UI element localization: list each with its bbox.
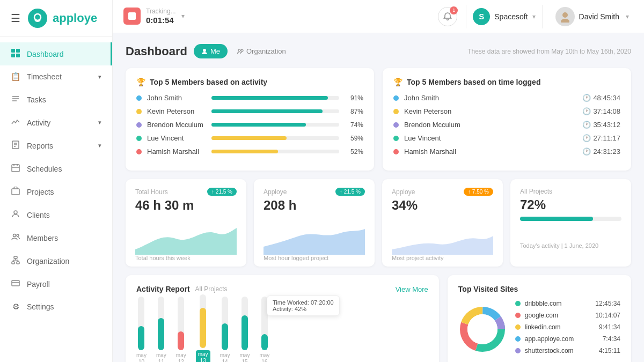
bar-column[interactable]: may10 [136,297,147,362]
user-avatar [555,7,575,26]
sidebar-item-members[interactable]: Members [0,226,112,249]
company-selector[interactable]: S Spacesoft ▾ [466,5,542,28]
sidebar-item-organization[interactable]: Organization [0,249,112,272]
stat-footer-hours: Total hours this week [135,255,237,267]
bar-inner [222,323,228,350]
sidebar-item-label: Schedules [27,165,62,173]
visited-site-time: 7:4:34 [603,335,620,343]
bar-track [241,297,248,350]
sidebar-item-settings[interactable]: ⚙ Settings [0,295,112,318]
member-time: 🕐 35:43:12 [582,121,620,129]
bar-fill [211,150,278,153]
svg-point-30 [561,19,569,23]
bar-column[interactable]: may15 [240,297,250,362]
visited-site-time: 9:41:34 [599,323,620,331]
member-dot [393,122,399,128]
visited-dot [515,301,521,306]
stat-apploye-hours: Apploye ↑ 21.5 % 208 h Most hour logged … [254,179,375,267]
page-title: Dashboard [126,45,187,58]
member-name: Lue Vincent [147,134,206,142]
sidebar-item-payroll[interactable]: Payroll [0,272,112,295]
activity-member-row: Hamish Marshall 52% [136,147,363,156]
bar-date-label: may11 [156,352,166,362]
sidebar-item-activity[interactable]: Activity ▾ [0,111,112,134]
bar-track [200,294,206,348]
sidebar-item-dashboard[interactable]: Dashboard [0,42,112,65]
topbar: Tracking... 0:01:54 ▾ 1 S Spacesoft ▾ Da… [113,0,644,33]
org-icon [237,48,244,55]
chevron-down-icon: ▾ [98,119,101,126]
stats-row: Total Hours ↑ 21.5 % 46 h 30 m Total hou… [126,179,631,267]
sidebar-item-label: Reports [27,142,53,150]
hamburger-icon[interactable]: ☰ [11,12,20,25]
bar-background [211,150,339,153]
stat-badge-apploye: ↑ 21.5 % [335,188,365,196]
stat-label: All Projects [520,188,552,195]
activity-icon [11,117,20,128]
payroll-icon [11,279,20,289]
bar-column[interactable]: may11 [156,297,166,362]
sidebar-item-label: Organization [27,257,69,265]
main-area: Tracking... 0:01:54 ▾ 1 S Spacesoft ▾ Da… [113,0,644,362]
sidebar-item-timesheet[interactable]: 📋 Timesheet ▾ [0,65,112,88]
dashboard-icon [11,49,20,59]
visited-dot [515,348,521,353]
sidebar-item-reports[interactable]: Reports ▾ [0,134,112,157]
stat-label: Apploye [264,188,287,196]
activity-members-list: John Smith 91% Kevin Peterson 87% Brendo… [136,94,363,156]
svg-point-29 [562,12,568,18]
company-chevron-icon: ▾ [532,13,536,20]
bar-column[interactable]: may12 [176,297,186,362]
donut-area: dribbble.com 12:45:34 google.com 10:14:0… [458,300,620,359]
visited-site-name: google.com [525,312,591,319]
tracker-chevron-icon[interactable]: ▾ [181,12,185,20]
view-more-link[interactable]: View More [396,285,428,293]
member-dot [136,122,142,128]
sidebar-item-schedules[interactable]: Schedules [0,157,112,180]
tab-organization[interactable]: Organization [230,44,294,58]
top5-time-card: 🏆 Top 5 Members based on time logged Joh… [383,68,631,171]
visited-site-time: 4:15:11 [599,347,620,354]
stat-badge-hours: ↑ 21.5 % [207,188,237,196]
bar-column[interactable]: may14 [220,297,230,362]
visited-site-time: 10:14:07 [595,312,620,319]
notification-badge: 1 [450,6,458,14]
bar-column[interactable]: may13 [196,294,210,362]
wave-area-apploye [264,217,365,255]
bar-date-label: may10 [136,352,147,362]
member-dot [136,149,142,154]
stat-value-hours: 46 h 30 m [135,198,237,213]
tracker-stop-button[interactable] [123,8,141,25]
sidebar-item-label: Payroll [27,280,50,289]
bar-track [178,297,184,350]
tracker-box[interactable]: Tracking... 0:01:54 ▾ [123,8,185,25]
tooltip-activity: Activity: 42% [273,306,334,312]
tab-me[interactable]: Me [194,44,228,58]
trophy-icon: 🏆 [393,78,402,86]
stat-badge-activity: ↑ 7.50 % [464,188,493,196]
user-selector[interactable]: David Smith ▾ [551,4,633,29]
member-dot [393,136,399,141]
clock-icon: 🕐 [582,134,591,142]
notification-button[interactable]: 1 [438,7,457,26]
member-name: John Smith [147,94,206,102]
bar-inner [178,331,184,350]
bar-background [211,136,339,140]
me-icon [201,48,208,55]
company-avatar: S [473,8,490,25]
wave-area-hours [135,217,237,255]
tasks-icon [11,94,20,105]
sidebar-item-label: Activity [27,119,50,127]
date-range: These data are showed from May 10th to M… [467,48,631,55]
member-name: Kevin Peterson [147,107,206,115]
stat-value-apploye: 208 h [264,198,365,213]
sidebar-item-projects[interactable]: Projects [0,180,112,203]
bar-date-label: may13 [196,350,210,362]
bar-background [211,123,339,127]
bar-inner [158,318,164,350]
svg-rect-1 [11,49,15,53]
sidebar-item-tasks[interactable]: Tasks [0,88,112,111]
sidebar-item-clients[interactable]: Clients [0,203,112,226]
members-icon [11,233,20,243]
stat-all-projects: All Projects 72% Today's activity | 1 Ju… [510,179,631,267]
